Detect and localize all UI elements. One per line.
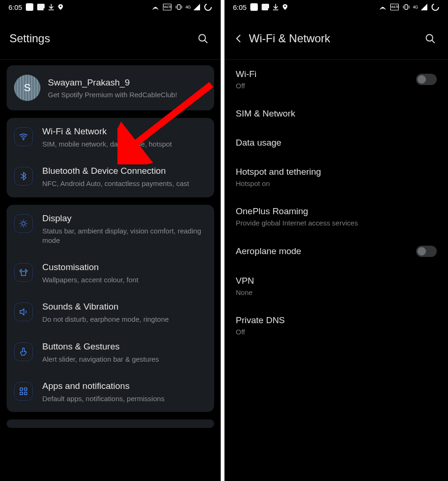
download-icon bbox=[48, 4, 54, 10]
shirt-icon bbox=[14, 263, 33, 282]
search-icon bbox=[197, 33, 209, 44]
row-title: Wi-Fi bbox=[236, 69, 409, 79]
svg-rect-2 bbox=[178, 5, 180, 9]
screen-settings: 6:05 VoLTE 4G Settings bbox=[0, 0, 221, 481]
bluetooth-icon bbox=[14, 167, 33, 186]
network-4g-label: 4G bbox=[413, 5, 418, 9]
signal-icon bbox=[193, 4, 200, 10]
settings-content: S Swayam_Prakash_9 Get Spotify Premium w… bbox=[0, 60, 221, 481]
volte-icon: VoLTE bbox=[390, 4, 399, 10]
vibrate-icon bbox=[402, 4, 409, 10]
row-title: Wi-Fi & Network bbox=[42, 126, 207, 137]
back-button[interactable] bbox=[231, 31, 246, 46]
screen-wifi-network: 6:05 VoLTE 4G bbox=[224, 0, 448, 481]
location-icon bbox=[58, 4, 63, 10]
avatar: S bbox=[14, 75, 40, 101]
row-sub: Provide global Internet access services bbox=[236, 219, 437, 227]
image-icon bbox=[262, 4, 269, 10]
row-sub: Do not disturb, earphone mode, ringtone bbox=[42, 315, 207, 324]
row-sub: Off bbox=[236, 82, 409, 90]
account-name: Swayam_Prakash_9 bbox=[48, 78, 177, 88]
settings-row-bluetooth[interactable]: Bluetooth & Device Connection NFC, Andro… bbox=[7, 157, 214, 197]
row-sub: NFC, Android Auto, contactless payments,… bbox=[42, 179, 207, 188]
svg-point-11 bbox=[285, 6, 286, 7]
hotspot-icon bbox=[152, 4, 159, 10]
svg-rect-9 bbox=[20, 392, 23, 395]
svg-point-6 bbox=[22, 222, 25, 225]
download-icon bbox=[273, 4, 278, 10]
status-time: 6:05 bbox=[8, 3, 22, 11]
row-private-dns[interactable]: Private DNS Off bbox=[224, 306, 448, 345]
volte-icon: VoLTE bbox=[163, 4, 171, 10]
row-sub: None bbox=[236, 288, 437, 296]
row-sub: Status bar, ambient display, vision comf… bbox=[42, 226, 207, 246]
row-title: Buttons & Gestures bbox=[42, 341, 207, 352]
row-title: SIM & Network bbox=[236, 109, 437, 119]
signal-icon bbox=[421, 4, 427, 10]
row-roaming[interactable]: OnePlus Roaming Provide global Internet … bbox=[224, 197, 448, 236]
settings-group-next bbox=[7, 419, 214, 428]
row-title: Customisation bbox=[42, 262, 207, 272]
svg-rect-7 bbox=[20, 388, 23, 390]
row-title: OnePlus Roaming bbox=[236, 206, 437, 217]
settings-row-wifi-network[interactable]: Wi-Fi & Network SIM, mobile network, dat… bbox=[7, 118, 214, 157]
header: Settings bbox=[0, 14, 221, 60]
page-title: Settings bbox=[9, 32, 194, 45]
svg-point-0 bbox=[60, 6, 62, 7]
row-title: Sounds & Vibration bbox=[42, 302, 207, 312]
account-sub: Get Spotify Premium with RedCableClub! bbox=[48, 91, 177, 99]
status-bar: 6:05 VoLTE 4G bbox=[0, 0, 221, 14]
chevron-left-icon bbox=[234, 34, 243, 43]
row-hotspot[interactable]: Hotspot and tethering Hotspot on bbox=[224, 157, 448, 197]
svg-rect-10 bbox=[24, 392, 27, 395]
row-title: Private DNS bbox=[236, 315, 437, 326]
svg-rect-13 bbox=[405, 5, 408, 9]
wifi-toggle[interactable] bbox=[416, 74, 437, 85]
row-title: Bluetooth & Device Connection bbox=[42, 166, 207, 176]
network-4g-label: 4G bbox=[185, 5, 191, 9]
settings-row-customisation[interactable]: Customisation Wallpapers, accent colour,… bbox=[7, 254, 214, 293]
row-wifi[interactable]: Wi-Fi Off bbox=[224, 60, 448, 99]
svg-point-14 bbox=[432, 4, 439, 10]
settings-group-device: Display Status bar, ambient display, vis… bbox=[7, 205, 214, 412]
settings-group-network: Wi-Fi & Network SIM, mobile network, dat… bbox=[7, 118, 214, 197]
svg-rect-8 bbox=[24, 388, 27, 390]
wifi-icon bbox=[14, 127, 33, 146]
settings-row-apps[interactable]: Apps and notifications Default apps, not… bbox=[7, 372, 214, 412]
display-icon bbox=[14, 214, 33, 233]
row-vpn[interactable]: VPN None bbox=[224, 266, 448, 306]
row-data-usage[interactable]: Data usage bbox=[224, 128, 448, 157]
row-title: Display bbox=[42, 213, 207, 224]
network-content: Wi-Fi Off SIM & Network Data usage Hotsp… bbox=[224, 60, 448, 481]
account-card[interactable]: S Swayam_Prakash_9 Get Spotify Premium w… bbox=[7, 65, 214, 110]
row-title: VPN bbox=[236, 276, 437, 286]
row-sub: SIM, mobile network, data usage, hotspot bbox=[42, 140, 207, 149]
gesture-icon bbox=[14, 342, 33, 361]
aeroplane-toggle[interactable] bbox=[416, 246, 437, 257]
row-title: Aeroplane mode bbox=[236, 246, 409, 256]
header: Wi-Fi & Network bbox=[224, 14, 448, 60]
search-icon bbox=[425, 33, 436, 44]
search-button[interactable] bbox=[422, 30, 439, 47]
location-icon bbox=[282, 4, 288, 10]
status-time: 6:05 bbox=[233, 3, 247, 11]
search-button[interactable] bbox=[194, 30, 211, 47]
row-sub: Hotspot on bbox=[236, 179, 437, 187]
spinner-icon bbox=[431, 3, 440, 11]
page-title: Wi-Fi & Network bbox=[249, 32, 422, 45]
row-aeroplane[interactable]: Aeroplane mode bbox=[224, 236, 448, 266]
row-sub: Alert slider, navigation bar & gestures bbox=[42, 355, 207, 364]
settings-row-display[interactable]: Display Status bar, ambient display, vis… bbox=[7, 205, 214, 254]
row-title: Apps and notifications bbox=[42, 381, 207, 391]
image-icon bbox=[37, 4, 45, 10]
spinner-icon bbox=[204, 3, 212, 11]
settings-row-buttons[interactable]: Buttons & Gestures Alert slider, navigat… bbox=[7, 333, 214, 372]
apps-icon bbox=[14, 382, 33, 401]
row-title: Data usage bbox=[236, 138, 437, 148]
row-sim-network[interactable]: SIM & Network bbox=[224, 99, 448, 128]
svg-point-3 bbox=[205, 4, 211, 10]
sound-icon bbox=[14, 303, 33, 321]
row-sub: Off bbox=[236, 328, 437, 336]
settings-row-sounds[interactable]: Sounds & Vibration Do not disturb, earph… bbox=[7, 293, 214, 333]
vibrate-icon bbox=[175, 4, 182, 10]
